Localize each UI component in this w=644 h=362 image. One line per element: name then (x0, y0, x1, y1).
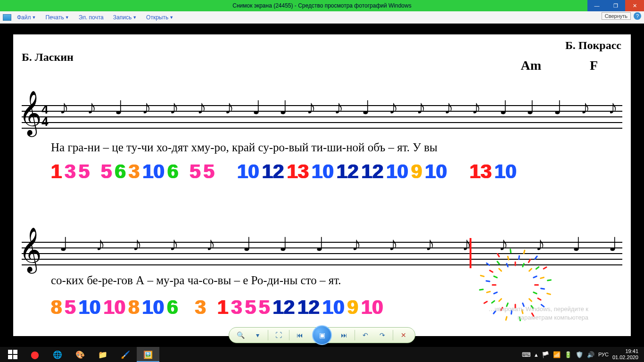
window-controls: — ❐ ✕ (587, 0, 644, 11)
chrome-icon: 🌐 (52, 349, 63, 360)
system-tray: ⌨ ▴ 🏳️ 📶 🔋 🛡️ 🔊 РУС 19:41 01.02.2020 (522, 348, 642, 360)
slideshow-button[interactable]: ▣ (312, 325, 332, 345)
taskbar-photo-viewer[interactable]: 🖼️ (137, 347, 159, 362)
delete-button[interactable]: ✕ (397, 329, 410, 341)
actual-size-button[interactable]: ⛶ (272, 329, 285, 341)
taskbar-explorer[interactable]: 📁 (91, 347, 114, 362)
menu-open[interactable]: Открыть▼ (144, 14, 175, 21)
zoom-button[interactable]: 🔍 (234, 329, 247, 341)
chord-am: Am (520, 58, 541, 73)
taskbar-record-app[interactable]: ⬤ (24, 347, 46, 362)
start-button[interactable] (2, 347, 24, 362)
battery-icon[interactable]: 🔋 (564, 351, 572, 358)
window-frame: Снимок экрана (24455) - Средство просмот… (0, 0, 644, 362)
rotate-ccw-button[interactable]: ↶ (359, 329, 372, 341)
wifi-icon[interactable]: 📶 (553, 351, 561, 358)
menu-print[interactable]: Печать▼ (43, 14, 71, 21)
svg-rect-2 (8, 355, 12, 359)
content-area: Б. Ласкин Б. Покрасс Am F 𝄞 4 4 ♪♪♩♪♪♪♪♩… (0, 24, 644, 347)
taskbar-chrome[interactable]: 🌐 (46, 347, 69, 362)
tray-chevron-icon[interactable]: ▴ (535, 351, 538, 358)
lyrics-line-1: На гра-ни – це ту-чи хо-дят хму-ро, край… (51, 141, 626, 154)
chevron-down-icon: ▼ (32, 15, 36, 20)
next-button[interactable]: ⏭ (338, 329, 351, 341)
time-signature: 4 4 (41, 103, 48, 128)
taskbar-paint2[interactable]: 🖌️ (114, 347, 137, 362)
collapse-button[interactable]: Свернуть (602, 12, 631, 20)
menu-bar: Файл▼ Печать▼ Эл. почта Запись▼ Открыть▼… (0, 11, 644, 24)
chevron-down-icon: ▼ (65, 15, 69, 20)
maximize-button[interactable]: ❐ (606, 0, 625, 11)
record-icon: ⬤ (29, 349, 41, 360)
title-bar: Снимок экрана (24455) - Средство просмот… (0, 0, 644, 11)
flag-icon[interactable]: 🏳️ (542, 351, 549, 358)
close-button[interactable]: ✕ (625, 0, 644, 11)
palette-icon: 🎨 (74, 349, 86, 360)
help-icon[interactable]: ? (634, 12, 641, 20)
app-icon (3, 14, 11, 21)
windows-activation-watermark: …ивировать Windows, перейдите к параметр… (488, 305, 588, 322)
zoom-slider-icon[interactable]: ▾ (251, 329, 264, 341)
svg-rect-3 (13, 355, 17, 359)
svg-rect-0 (8, 350, 12, 354)
music-staff-1: 𝄞 4 4 ♪♪♩♪♪♪♪♩♩♪♪♩♪♪♪♪♩♩♩♪♪ (22, 105, 622, 128)
menu-email[interactable]: Эл. почта (77, 14, 106, 21)
author-right: Б. Покрасс (565, 39, 621, 52)
shield-icon[interactable]: 🛡️ (576, 351, 583, 358)
keyboard-icon[interactable]: ⌨ (522, 351, 531, 358)
minimize-button[interactable]: — (587, 0, 606, 11)
notes-row-1: ♪♪♩♪♪♪♪♩♩♪♪♩♪♪♪♪♩♩♩♪♪ (59, 97, 618, 134)
photo-icon: 🖼️ (142, 349, 154, 360)
menu-burn[interactable]: Запись▼ (111, 14, 139, 21)
rotate-cw-button[interactable]: ↷ (376, 329, 389, 341)
treble-clef-icon: 𝄞 (19, 94, 41, 132)
number-row-1: 135 563106 55 10121310121210910 1310 (51, 159, 626, 184)
photo-canvas: Б. Ласкин Б. Покрасс Am F 𝄞 4 4 ♪♪♩♪♪♪♪♩… (13, 34, 631, 336)
clock[interactable]: 19:41 01.02.2020 (612, 348, 638, 360)
barline-marker (470, 238, 471, 268)
prev-button[interactable]: ⏮ (293, 329, 306, 341)
chevron-down-icon: ▼ (132, 15, 137, 20)
sound-icon[interactable]: 🔊 (587, 351, 594, 358)
language-indicator[interactable]: РУС (598, 352, 609, 357)
viewer-toolbar: 🔍 ▾ ⛶ ⏮ ▣ ⏭ ↶ ↷ ✕ (229, 327, 415, 343)
taskbar: ⬤ 🌐 🎨 📁 🖌️ 🖼️ ⌨ ▴ 🏳️ 📶 🔋 🛡️ 🔊 РУС 19:41 … (0, 347, 644, 362)
treble-clef-icon: 𝄞 (19, 230, 41, 269)
chord-f: F (590, 58, 598, 73)
author-left: Б. Ласкин (22, 51, 74, 64)
taskbar-paint-app[interactable]: 🎨 (69, 347, 91, 362)
window-title: Снимок экрана (24455) - Средство просмот… (232, 2, 411, 9)
paint-icon: 🖌️ (120, 349, 131, 360)
svg-rect-1 (13, 350, 17, 354)
folder-icon: 📁 (97, 349, 108, 360)
menu-file[interactable]: Файл▼ (15, 14, 38, 21)
chevron-down-icon: ▼ (169, 15, 173, 20)
